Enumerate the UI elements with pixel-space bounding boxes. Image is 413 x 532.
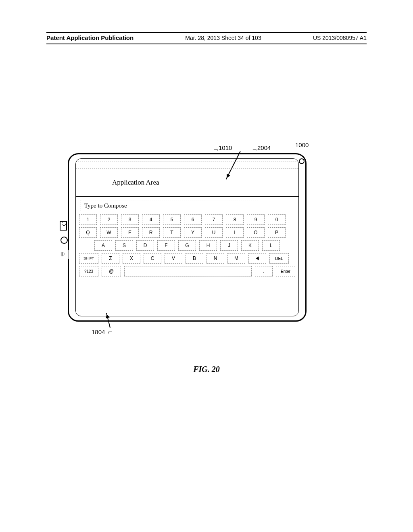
key-k[interactable]: K	[241, 240, 259, 251]
keyboard-row-zxcv: SHIFT Z X C V B N M DEL	[79, 253, 295, 264]
callout-1000: 1000	[295, 141, 309, 148]
compose-placeholder: Type to Compose	[84, 202, 127, 209]
keyboard-row-asdf: A S D F G H J K L	[79, 240, 295, 251]
key-7[interactable]: 7	[205, 214, 223, 225]
physical-button-home[interactable]	[60, 237, 68, 244]
callout-1010: 1010	[219, 144, 232, 151]
application-area-label: Application Area	[112, 179, 159, 187]
physical-button-power[interactable]	[60, 221, 67, 231]
tablet-device-outline: Application Area Type to Compose 1 2 3 4…	[68, 153, 307, 322]
key-m[interactable]: M	[227, 253, 245, 264]
key-at[interactable]: @	[102, 266, 121, 276]
camera-icon	[299, 158, 305, 164]
key-d[interactable]: D	[136, 240, 154, 251]
leader-hook-icon: ⌐	[252, 145, 257, 154]
key-6[interactable]: 6	[184, 214, 202, 225]
key-y[interactable]: Y	[184, 227, 202, 238]
key-j[interactable]: J	[220, 240, 238, 251]
keyboard-row-numbers: 1 2 3 4 5 6 7 8 9 0	[79, 214, 295, 225]
key-g[interactable]: G	[178, 240, 196, 251]
key-4[interactable]: 4	[142, 214, 160, 225]
key-e[interactable]: E	[121, 227, 139, 238]
leader-hook-icon: ⌐	[214, 145, 218, 154]
key-r[interactable]: R	[142, 227, 160, 238]
callout-2004: 2004	[257, 144, 271, 151]
key-n[interactable]: N	[206, 253, 224, 264]
callout-1804: 1804	[92, 328, 105, 335]
key-x[interactable]: X	[123, 253, 140, 264]
physical-button-speaker-icon	[60, 250, 69, 259]
device-screen: Application Area Type to Compose 1 2 3 4…	[75, 158, 299, 316]
key-h[interactable]: H	[199, 240, 217, 251]
key-shift[interactable]: SHIFT	[79, 253, 98, 264]
virtual-keyboard: 1 2 3 4 5 6 7 8 9 0 Q W E R T Y U I O	[76, 213, 298, 282]
keyboard-row-qwerty: Q W E R T Y U I O P	[79, 227, 295, 238]
key-o[interactable]: O	[247, 227, 265, 238]
key-9[interactable]: 9	[247, 214, 265, 225]
key-b[interactable]: B	[186, 253, 203, 264]
leader-hook-icon: ⌐	[108, 328, 112, 336]
application-area: Application Area	[76, 168, 298, 197]
key-symbols[interactable]: ?123	[79, 266, 98, 276]
key-a[interactable]: A	[94, 240, 112, 251]
key-l[interactable]: L	[262, 240, 280, 251]
key-w[interactable]: W	[100, 227, 118, 238]
key-0[interactable]: 0	[268, 214, 286, 225]
status-bar-line	[76, 165, 298, 168]
key-1[interactable]: 1	[79, 214, 97, 225]
header-center: Mar. 28, 2013 Sheet 34 of 103	[185, 35, 261, 41]
key-u[interactable]: U	[205, 227, 223, 238]
header-rule	[46, 44, 367, 44]
key-space[interactable]	[124, 266, 252, 276]
backspace-icon	[255, 256, 260, 261]
key-period[interactable]: .	[255, 266, 273, 276]
key-t[interactable]: T	[163, 227, 181, 238]
key-backspace[interactable]	[248, 253, 266, 264]
key-i[interactable]: I	[226, 227, 244, 238]
keyboard-row-bottom: ?123 @ . Enter	[79, 266, 295, 276]
compose-row: Type to Compose	[76, 197, 298, 213]
key-p[interactable]: P	[268, 227, 286, 238]
status-bar-line	[76, 162, 298, 165]
key-f[interactable]: F	[157, 240, 175, 251]
key-v[interactable]: V	[165, 253, 182, 264]
header-rule	[46, 32, 367, 33]
key-8[interactable]: 8	[226, 214, 244, 225]
key-s[interactable]: S	[115, 240, 133, 251]
status-bar-line	[76, 159, 298, 162]
key-z[interactable]: Z	[102, 253, 119, 264]
compose-input[interactable]: Type to Compose	[81, 200, 258, 211]
key-c[interactable]: C	[144, 253, 161, 264]
figure-caption: FIG. 20	[0, 365, 413, 374]
key-5[interactable]: 5	[163, 214, 181, 225]
header-left: Patent Application Publication	[46, 34, 133, 41]
key-enter[interactable]: Enter	[276, 266, 295, 276]
key-2[interactable]: 2	[100, 214, 118, 225]
key-q[interactable]: Q	[79, 227, 97, 238]
key-3[interactable]: 3	[121, 214, 139, 225]
header-right: US 2013/0080957 A1	[313, 35, 367, 41]
key-del[interactable]: DEL	[269, 253, 289, 264]
page-header: Patent Application Publication Mar. 28, …	[0, 34, 413, 41]
